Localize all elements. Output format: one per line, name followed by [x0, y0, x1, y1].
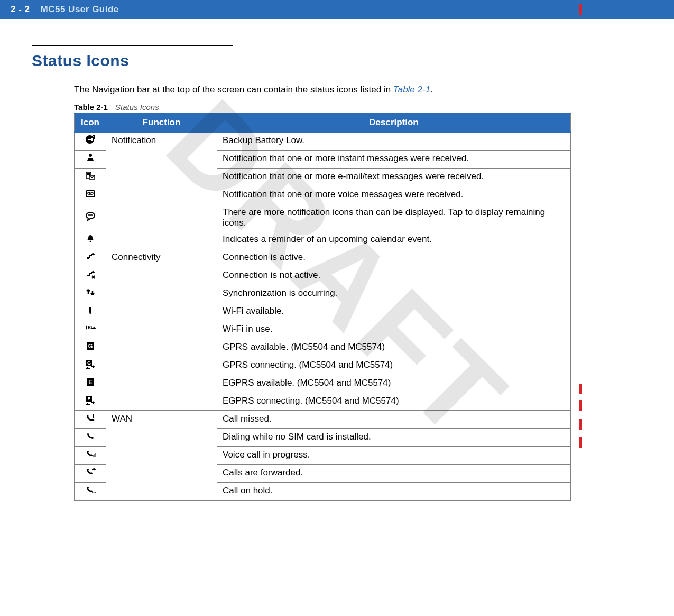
description-text: Notification that one or more voice mess…	[223, 189, 463, 199]
gprs-available-icon: G	[85, 341, 96, 352]
svg-rect-1	[88, 139, 91, 140]
description-text: Dialing while no SIM card is installed.	[223, 432, 371, 442]
connection-active-icon	[85, 251, 96, 262]
table-ref-link[interactable]: Table 2-1	[393, 85, 430, 95]
svg-rect-16	[87, 258, 89, 259]
table-header-row: Icon Function Description	[75, 114, 571, 132]
icon-cell	[75, 231, 106, 249]
svg-rect-31	[94, 454, 95, 457]
description-text: There are more notification icons than c…	[223, 207, 545, 228]
function-label: Notification	[112, 135, 156, 145]
call-missed-icon	[85, 413, 96, 424]
description-cell: GPRS connecting. (MC5504 and MC5574)	[217, 357, 571, 375]
mail-text-icon	[85, 171, 96, 181]
icon-cell: G	[75, 339, 106, 357]
reminder-bell-icon	[85, 234, 96, 244]
page-number: 2 - 2	[11, 4, 30, 15]
egprs-available-icon: E	[85, 377, 96, 388]
description-text: Notification that one or more e-mail/tex…	[223, 171, 484, 181]
icon-cell	[75, 429, 106, 447]
call-hold-icon	[85, 485, 96, 496]
icon-cell	[75, 447, 106, 465]
table-row: WANCall missed.	[75, 411, 571, 429]
description-cell: Indicates a reminder of an upcoming cale…	[217, 231, 571, 249]
change-bar-icon	[579, 4, 582, 15]
table-row: ConnectivityConnection is active.	[75, 249, 571, 267]
icon-cell: E	[75, 375, 106, 393]
svg-point-18	[89, 312, 91, 314]
description-cell: Notification that one or more voice mess…	[217, 186, 571, 204]
svg-text:E: E	[87, 396, 90, 402]
description-cell: Connection is not active.	[217, 267, 571, 285]
change-bar-icon	[579, 400, 582, 411]
description-cell: Voice call in progress.	[217, 447, 571, 465]
svg-point-15	[89, 241, 91, 242]
battery-low-icon	[85, 135, 96, 145]
svg-rect-2	[91, 138, 93, 141]
icon-cell	[75, 321, 106, 339]
icon-cell	[75, 151, 106, 169]
table-number: Table 2-1	[74, 102, 108, 111]
icon-cell	[75, 465, 106, 483]
table-caption: Table 2-1 Status Icons	[74, 102, 574, 111]
svg-rect-17	[89, 307, 91, 312]
icon-cell: E	[75, 393, 106, 411]
description-cell: Call on hold.	[217, 483, 571, 501]
svg-point-19	[88, 326, 90, 329]
svg-text:G: G	[88, 343, 93, 349]
description-text: EGPRS connecting. (MC5504 and MC5574)	[223, 396, 399, 406]
icon-cell	[75, 303, 106, 321]
th-function: Function	[106, 114, 217, 132]
svg-point-29	[93, 419, 94, 421]
th-description: Description	[217, 114, 571, 132]
gprs-connecting-icon: G	[85, 359, 96, 370]
description-text: Voice call in progress.	[223, 450, 310, 460]
change-bar-icon	[579, 419, 582, 430]
voicemail-icon	[85, 189, 96, 199]
description-text: Connection is not active.	[223, 270, 320, 280]
page-header: 2 - 2 MC55 User Guide	[0, 0, 674, 19]
svg-point-35	[95, 492, 96, 493]
intro-suffix: .	[430, 85, 433, 95]
function-cell: Notification	[106, 132, 217, 249]
svg-rect-6	[87, 174, 90, 175]
svg-point-34	[93, 492, 94, 493]
section-title: Status Icons	[32, 52, 574, 70]
change-bar-icon	[579, 437, 582, 448]
page-content: DRAFT Status Icons The Navigation bar at…	[0, 19, 674, 522]
egprs-connecting-icon: E	[85, 395, 96, 406]
description-cell: Notification that one or more instant me…	[217, 151, 571, 169]
svg-text:G: G	[87, 360, 90, 366]
connection-inactive-icon	[85, 269, 96, 280]
description-cell: There are more notification icons than c…	[217, 204, 571, 231]
description-text: Wi-Fi in use.	[223, 324, 272, 334]
description-cell: Calls are forwarded.	[217, 465, 571, 483]
description-cell: Connection is active.	[217, 249, 571, 267]
more-notifications-icon	[85, 211, 96, 222]
change-bar-icon	[579, 384, 582, 394]
function-cell: WAN	[106, 411, 217, 501]
table-caption-text: Status Icons	[115, 102, 159, 111]
description-text: GPRS available. (MC5504 and MC5574)	[223, 342, 385, 352]
icon-cell: G	[75, 357, 106, 375]
description-cell: Wi-Fi available.	[217, 303, 571, 321]
call-forward-icon	[85, 467, 96, 478]
svg-point-33	[92, 492, 93, 493]
svg-rect-28	[93, 414, 94, 418]
function-label: Connectivity	[112, 252, 161, 262]
description-cell: Synchronization is occurring.	[217, 285, 571, 303]
description-cell: Dialing while no SIM card is installed.	[217, 429, 571, 447]
icon-cell	[75, 411, 106, 429]
function-cell: Connectivity	[106, 249, 217, 411]
icon-cell	[75, 249, 106, 267]
svg-rect-30	[93, 455, 94, 457]
wifi-inuse-icon	[85, 323, 96, 334]
svg-rect-32	[95, 453, 96, 457]
doc-title: MC55 User Guide	[41, 4, 119, 15]
intro-text: The Navigation bar at the top of the scr…	[74, 85, 393, 95]
description-text: EGPRS available. (MC5504 and MC5574)	[223, 378, 391, 388]
icon-cell	[75, 204, 106, 231]
description-text: Backup Battery Low.	[223, 135, 304, 145]
description-text: Indicates a reminder of an upcoming cale…	[223, 234, 432, 244]
description-cell: EGPRS available. (MC5504 and MC5574)	[217, 375, 571, 393]
